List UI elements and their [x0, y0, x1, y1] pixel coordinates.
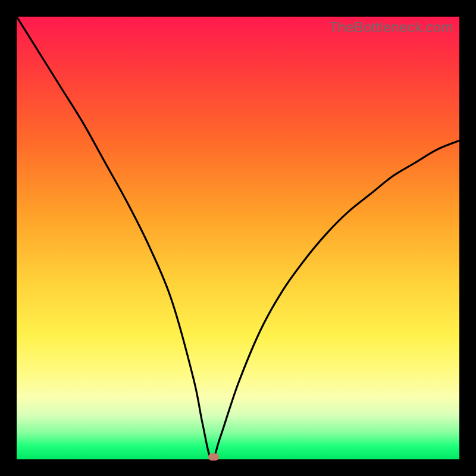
optimal-point-marker [208, 453, 219, 461]
bottleneck-curve-path [17, 17, 459, 459]
chart-frame: TheBottleneck.com [0, 0, 476, 476]
curve-svg [17, 17, 459, 459]
plot-area: TheBottleneck.com [17, 17, 459, 459]
